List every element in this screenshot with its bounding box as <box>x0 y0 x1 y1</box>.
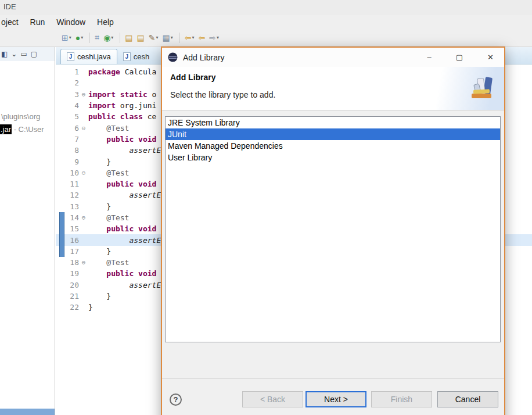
dialog-titlebar[interactable]: Add Library – ▢ ✕ <box>162 48 504 67</box>
new-wizard-icon[interactable]: ⊞▾ <box>60 31 73 44</box>
explorer-bottom-strip <box>0 409 55 415</box>
chevron-down-icon[interactable]: ⌄ <box>11 50 17 58</box>
dialog-footer: ? < Back Next > Finish Cancel <box>162 378 504 407</box>
marker-gutter <box>56 257 64 268</box>
range-marker <box>56 223 64 234</box>
minimize-panel-icon[interactable]: ▭ <box>20 50 27 58</box>
line-number: 20 <box>64 281 79 289</box>
marker-gutter <box>56 280 64 291</box>
menu-window[interactable]: Window <box>51 17 91 27</box>
toolbar-separator <box>120 33 120 43</box>
maximize-panel-icon[interactable]: ▢ <box>31 50 37 58</box>
line-number: 8 <box>64 146 79 155</box>
code-text: assertE <box>88 236 161 245</box>
tab-ceshi-java-2[interactable]: J cesh <box>117 49 155 64</box>
fold-toggle-icon[interactable]: ⊖ <box>79 91 88 98</box>
button-area: < Back Next > Finish Cancel <box>242 391 498 407</box>
ide-titlebar: IDE <box>0 0 532 15</box>
line-number: 16 <box>64 236 79 245</box>
code-text: public void <box>88 135 156 144</box>
library-type-list[interactable]: JRE System LibraryJUnitMaven Managed Dep… <box>165 116 501 342</box>
code-text: package Calcula <box>88 67 156 76</box>
back-icon[interactable]: ⇦ <box>197 31 207 44</box>
screen: IDE ojectRunWindowHelp ⊞▾●▾⌗◉▾▤▤✎▾▦▾⇦▾⇦⇨… <box>0 0 532 415</box>
range-marker <box>56 212 64 223</box>
tab-label: ceshi.java <box>77 52 111 61</box>
line-number: 10 <box>64 169 79 177</box>
tab-ceshi-java[interactable]: J ceshi.java <box>60 49 117 64</box>
code-text: } <box>88 292 111 300</box>
ide-title-text: IDE <box>3 2 16 11</box>
back-history-icon[interactable]: ⇦▾ <box>184 31 196 44</box>
window-controls: – ▢ ✕ <box>427 53 494 62</box>
menu-run[interactable]: Run <box>24 17 51 27</box>
code-text: } <box>88 158 111 166</box>
explorer-item-path[interactable]: \plugins\org <box>1 112 40 121</box>
code-text: public void <box>88 180 156 188</box>
dialog-title: Add Library <box>183 53 225 62</box>
line-number: 21 <box>64 292 79 300</box>
finish-button[interactable]: Finish <box>371 391 432 407</box>
back-button[interactable]: < Back <box>242 391 303 407</box>
toolbar: ⊞▾●▾⌗◉▾▤▤✎▾▦▾⇦▾⇦⇨▾ <box>0 29 532 46</box>
run-coverage-icon[interactable]: ●▾ <box>74 31 84 44</box>
fold-toggle-icon[interactable]: ⊖ <box>79 169 88 177</box>
open-folder-icon[interactable]: ▤ <box>124 31 134 44</box>
java-file-icon: J <box>123 52 131 61</box>
menu-bar: ojectRunWindowHelp <box>0 15 120 29</box>
annotate-icon[interactable]: ✎▾ <box>148 31 160 44</box>
menu-help[interactable]: Help <box>91 17 120 27</box>
marker-gutter <box>56 189 64 201</box>
java-file-icon: J <box>67 52 74 61</box>
fold-toggle-icon[interactable]: ⊖ <box>79 259 88 266</box>
marker-gutter <box>56 66 64 77</box>
range-marker <box>56 234 64 245</box>
fold-toggle-icon[interactable]: ⊖ <box>79 214 88 221</box>
code-text: public void <box>88 269 156 278</box>
minimize-button[interactable]: – <box>427 53 432 62</box>
code-text: @Test <box>88 213 129 222</box>
library-type-junit[interactable]: JUnit <box>166 128 500 140</box>
marker-gutter <box>56 302 64 313</box>
cancel-button[interactable]: Cancel <box>437 391 498 407</box>
explorer-header: ◧⌄▭▢ <box>0 47 55 61</box>
open-folder2-icon[interactable]: ▤ <box>136 31 146 44</box>
next-button[interactable]: Next > <box>305 391 366 407</box>
line-number: 18 <box>64 258 79 267</box>
code-text: } <box>88 303 93 312</box>
explorer-item-jar[interactable]: .jar - C:\User <box>0 125 44 134</box>
close-button[interactable]: ✕ <box>487 53 494 62</box>
marker-gutter <box>56 156 64 167</box>
marker-gutter <box>56 167 64 178</box>
code-text: import static o <box>88 90 156 99</box>
line-number: 3 <box>64 90 79 99</box>
code-text: @Test <box>88 124 129 133</box>
marker-gutter <box>56 268 64 279</box>
forward-icon[interactable]: ⇨▾ <box>208 31 220 44</box>
new-java-project-icon[interactable]: ⌗ <box>94 31 100 44</box>
toolbar-separator <box>89 33 90 43</box>
marker-gutter <box>56 291 64 302</box>
wizard-title: Add Library <box>170 73 496 82</box>
line-number: 9 <box>64 158 79 166</box>
help-button[interactable]: ? <box>170 393 182 406</box>
library-type-jre-system-library[interactable]: JRE System Library <box>166 117 500 128</box>
new-class-icon[interactable]: ◉▾ <box>102 31 114 44</box>
fold-toggle-icon[interactable]: ⊖ <box>79 124 88 132</box>
maximize-button[interactable]: ▢ <box>456 53 463 62</box>
line-number: 6 <box>64 124 79 133</box>
menu-oject[interactable]: oject <box>0 17 24 27</box>
marker-gutter <box>56 178 64 189</box>
line-number: 22 <box>64 303 79 312</box>
code-text: @Test <box>88 258 129 267</box>
panel-icon[interactable]: ◧ <box>1 50 8 58</box>
marker-gutter <box>56 111 64 122</box>
library-type-maven-managed-dependencies[interactable]: Maven Managed Dependencies <box>166 140 500 152</box>
library-type-user-library[interactable]: User Library <box>166 152 500 163</box>
code-text: assertE <box>88 146 161 155</box>
wizard-banner: Add Library Select the library type to a… <box>162 67 504 110</box>
table-icon[interactable]: ▦▾ <box>161 31 174 44</box>
line-number: 13 <box>64 202 79 211</box>
package-explorer-panel: ◧⌄▭▢ \plugins\org .jar - C:\User <box>0 47 55 415</box>
code-text: } <box>88 247 111 256</box>
